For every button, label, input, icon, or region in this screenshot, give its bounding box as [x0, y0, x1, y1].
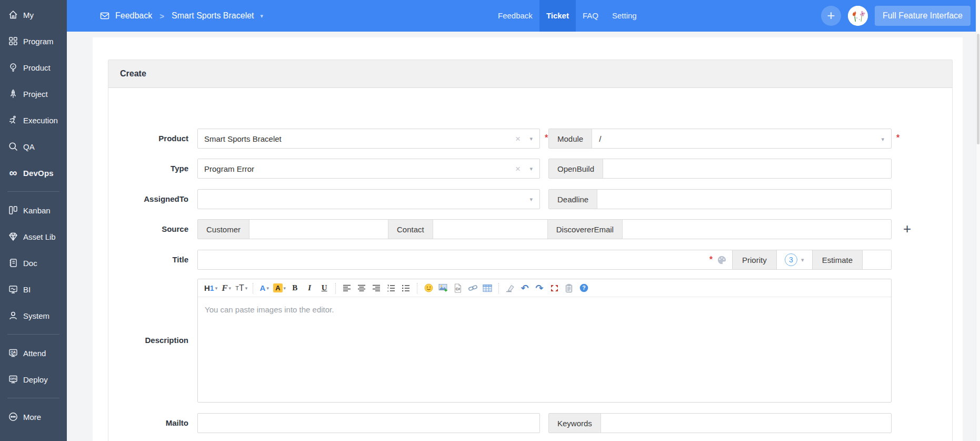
italic-button[interactable]: I — [304, 281, 315, 295]
paste-icon[interactable] — [563, 281, 575, 295]
emoji-icon[interactable] — [423, 281, 434, 295]
sidebar-item-program[interactable]: Program — [0, 28, 67, 54]
help-icon[interactable]: ? — [578, 281, 589, 295]
tab-ticket[interactable]: Ticket — [539, 0, 576, 32]
avatar-flowers — [848, 6, 868, 26]
sidebar-item-qa[interactable]: QA — [0, 133, 67, 160]
topbar-nav: Feedback Ticket FAQ Setting — [491, 0, 644, 32]
clear-icon[interactable]: × — [515, 134, 521, 143]
tab-feedback[interactable]: Feedback — [491, 0, 539, 32]
sidebar-item-deploy[interactable]: OPS Deploy — [0, 366, 67, 393]
estimate-input[interactable] — [863, 250, 892, 270]
mailto-input[interactable] — [197, 413, 540, 433]
description-editor: H1▾ F▾ TT▾ A▾ A▾ B I U — [197, 279, 892, 403]
text-color-button[interactable]: A▾ — [258, 281, 270, 295]
chevron-down-icon[interactable]: ▾ — [261, 13, 264, 19]
infinity-icon: ∞ — [8, 168, 18, 178]
redo-icon[interactable]: ↷ — [534, 281, 545, 295]
tab-setting[interactable]: Setting — [605, 0, 644, 32]
sidebar-item-label: Project — [23, 90, 48, 99]
product-value: Smart Sports Bracelet — [204, 134, 282, 143]
add-source-button[interactable]: + — [903, 222, 911, 236]
editor-placeholder[interactable]: You can paste images into the editor. — [198, 297, 891, 322]
priority-addon-label: Priority — [733, 250, 777, 270]
deploy-monitor-icon: OPS — [8, 374, 18, 385]
sidebar-item-execution[interactable]: Execution — [0, 107, 67, 133]
notebook-icon — [8, 258, 18, 268]
undo-icon[interactable]: ↶ — [519, 281, 531, 295]
attend-monitor-icon: QA — [8, 348, 18, 358]
row-type: Type Program Error × ▾ OpenBuild — [108, 159, 953, 179]
sidebar-item-more[interactable]: More — [0, 404, 67, 430]
quick-create-button[interactable]: + — [821, 6, 841, 26]
sidebar-item-kanban[interactable]: Kanban — [0, 197, 67, 223]
sidebar-item-label: Deploy — [23, 375, 48, 384]
sidebar-item-assetlib[interactable]: Asset Lib — [0, 223, 67, 250]
sidebar-item-label: DevOps — [23, 169, 54, 178]
sidebar-item-label: Doc — [23, 259, 37, 268]
openbuild-input[interactable] — [603, 159, 891, 178]
sidebar-item-project[interactable]: Project — [0, 81, 67, 107]
fullscreen-icon[interactable] — [548, 281, 560, 295]
kanban-icon — [8, 205, 18, 215]
assignedto-select[interactable]: ▾ — [197, 189, 540, 209]
highlight-color-button[interactable]: A▾ — [273, 281, 286, 295]
sidebar-item-system[interactable]: System — [0, 302, 67, 329]
align-center-icon[interactable] — [356, 281, 367, 295]
customer-input[interactable] — [249, 220, 388, 239]
discovereremail-input[interactable] — [623, 220, 891, 239]
remove-format-icon[interactable] — [504, 281, 516, 295]
align-right-icon[interactable] — [371, 281, 382, 295]
unordered-list-icon[interactable] — [400, 281, 412, 295]
sidebar-item-label: Product — [23, 63, 51, 72]
heading-style-button[interactable]: H1▾ — [204, 281, 217, 295]
required-asterisk: * — [709, 255, 713, 264]
sidebar-divider — [7, 398, 59, 398]
insert-image-icon[interactable] — [437, 281, 449, 295]
avatar[interactable] — [848, 6, 868, 26]
clear-icon[interactable]: × — [515, 164, 521, 173]
font-family-button[interactable]: F▾ — [221, 281, 232, 295]
sidebar-item-doc[interactable]: Doc — [0, 250, 67, 276]
bold-button[interactable]: B — [289, 281, 301, 295]
full-feature-interface-button[interactable]: Full Feature Interface — [875, 6, 971, 26]
sidebar-item-label: Kanban — [23, 206, 51, 215]
keywords-group: Keywords — [548, 413, 892, 433]
row-product: Product Smart Sports Bracelet × ▾ * Modu… — [108, 129, 953, 149]
customer-addon-label: Customer — [198, 220, 249, 239]
product-select[interactable]: Smart Sports Bracelet × ▾ — [197, 129, 540, 149]
title-label: Title — [108, 250, 188, 270]
sidebar-item-devops[interactable]: ∞ DevOps — [0, 160, 67, 186]
breadcrumb-section[interactable]: Feedback — [115, 11, 152, 21]
editor-toolbar: H1▾ F▾ TT▾ A▾ A▾ B I U — [198, 279, 891, 297]
underline-button[interactable]: U — [318, 281, 330, 295]
openbuild-addon-label: OpenBuild — [549, 159, 603, 178]
deadline-input[interactable] — [597, 190, 891, 209]
sidebar-item-label: BI — [23, 285, 31, 294]
tab-faq[interactable]: FAQ — [576, 0, 605, 32]
sidebar-item-product[interactable]: Product — [0, 54, 67, 81]
contact-input[interactable] — [433, 220, 547, 239]
title-input[interactable] — [198, 250, 732, 269]
sidebar-item-bi[interactable]: BI — [0, 276, 67, 302]
font-size-button[interactable]: TT▾ — [235, 281, 247, 295]
ordered-list-icon[interactable] — [385, 281, 397, 295]
breadcrumb-product-switcher[interactable]: Smart Sports Bracelet — [172, 11, 254, 21]
scrollbar-thumb[interactable] — [977, 34, 979, 144]
code-document-icon[interactable]: C# — [452, 281, 464, 295]
sidebar-item-my[interactable]: My — [0, 2, 67, 28]
link-icon[interactable] — [467, 281, 478, 295]
sidebar-item-attend[interactable]: QA Attend — [0, 340, 67, 366]
align-left-icon[interactable] — [341, 281, 353, 295]
lightbulb-icon — [8, 62, 18, 73]
sidebar-item-label: QA — [23, 142, 35, 151]
priority-select[interactable]: 3 ▾ — [777, 250, 813, 270]
scrollbar[interactable] — [976, 0, 980, 441]
module-select[interactable]: / ▾ — [592, 129, 891, 148]
assignedto-label: AssignedTo — [108, 189, 188, 209]
user-icon — [8, 310, 18, 321]
type-select[interactable]: Program Error × ▾ — [197, 159, 540, 179]
keywords-input[interactable] — [601, 414, 891, 433]
insert-table-icon[interactable] — [482, 281, 493, 295]
title-color-palette-icon[interactable] — [717, 255, 727, 265]
